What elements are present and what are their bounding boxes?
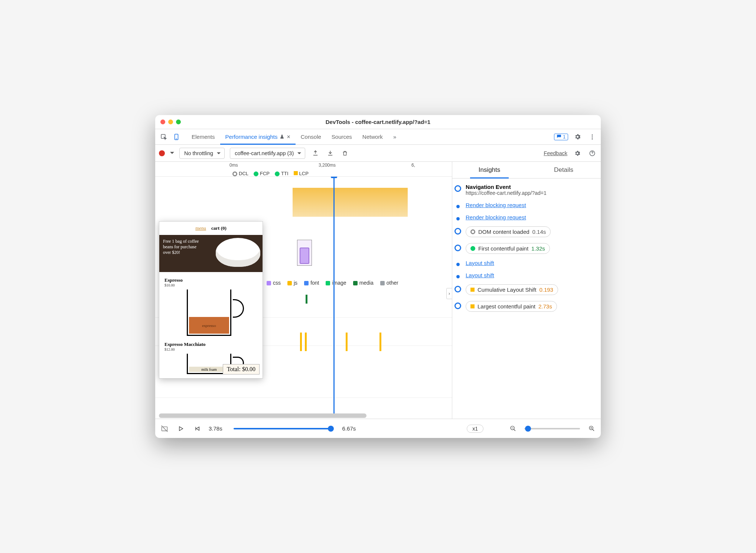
network-bar[interactable] <box>305 333 307 351</box>
play-icon[interactable] <box>176 424 186 433</box>
marker-lcp: LCP <box>294 171 309 176</box>
close-window-icon[interactable] <box>160 120 165 124</box>
close-tab-icon[interactable]: × <box>287 134 290 140</box>
issues-badge[interactable]: 1 <box>554 134 568 140</box>
network-bar[interactable] <box>346 333 348 351</box>
insight-nav-url: https://coffee-cart.netlify.app/?ad=1 <box>466 190 597 196</box>
metric-lcp[interactable]: Largest contentful paint 2.73s <box>466 301 557 312</box>
panel-settings-icon[interactable] <box>573 148 582 158</box>
svg-point-4 <box>592 136 593 137</box>
thumb-nav-menu: menu <box>195 225 206 231</box>
settings-gear-icon[interactable] <box>572 131 583 143</box>
expand-sidepanel-icon[interactable]: › <box>446 288 452 299</box>
playback-speed[interactable]: x1 <box>467 425 483 433</box>
marker-dcl: DCL <box>232 171 248 176</box>
end-time: 6.67s <box>342 425 356 432</box>
insight-nav-title: Navigation Event <box>466 184 597 190</box>
zoom-in-icon[interactable] <box>587 424 596 433</box>
page-screenshot: menu cart (0) Free 1 bag of coffee beans… <box>159 221 263 379</box>
inspect-icon[interactable] <box>158 131 169 143</box>
tab-console[interactable]: Console <box>296 129 326 144</box>
svg-point-5 <box>592 138 593 139</box>
replay-disabled-icon[interactable] <box>160 424 169 433</box>
marker-tti: TTI <box>275 171 289 176</box>
time-ruler[interactable]: 0ms 3,200ms 6, DCL FCP TTI LCP <box>155 162 452 177</box>
minimize-window-icon[interactable] <box>168 120 173 124</box>
maximize-window-icon[interactable] <box>176 120 181 124</box>
time-slider[interactable] <box>234 428 331 429</box>
thumb-hero: Free 1 bag of coffee beans for purchase … <box>159 235 263 272</box>
window-title: DevTools - coffee-cart.netlify.app/?ad=1 <box>155 119 601 125</box>
playhead[interactable] <box>333 177 335 413</box>
time-tick: 6, <box>411 163 415 168</box>
panel-tabs: Elements Performance insights × Console … <box>155 129 601 145</box>
more-tabs-icon[interactable]: » <box>388 129 401 144</box>
insight-render-blocking[interactable]: Render blocking request <box>466 214 526 220</box>
help-icon[interactable] <box>587 148 597 158</box>
svg-point-3 <box>592 134 593 135</box>
import-icon[interactable] <box>325 148 335 158</box>
thumb-product: Espresso $10.00 espresso <box>159 272 263 340</box>
delete-icon[interactable] <box>340 148 350 158</box>
timeline-tracks[interactable]: css js font image media other › <box>155 177 452 413</box>
metric-cls[interactable]: Cumulative Layout Shift 0.193 <box>466 284 558 295</box>
thumb-total: Total: $0.00 <box>223 364 260 374</box>
playback-footer: 3.78s 6.67s x1 <box>155 419 601 438</box>
metric-fcp[interactable]: First contentful paint 1.32s <box>466 243 550 254</box>
device-toggle-icon[interactable] <box>171 131 182 143</box>
tab-performance-insights[interactable]: Performance insights × <box>220 129 296 144</box>
insight-layout-shift[interactable]: Layout shift <box>466 260 494 266</box>
record-button[interactable] <box>159 150 165 156</box>
tab-elements[interactable]: Elements <box>186 129 220 144</box>
timeline-pane: 0ms 3,200ms 6, DCL FCP TTI LCP css <box>155 162 452 419</box>
window-controls <box>160 120 181 124</box>
zoom-slider[interactable] <box>524 428 580 429</box>
tab-sources[interactable]: Sources <box>326 129 357 144</box>
marker-fcp: FCP <box>254 171 270 176</box>
export-icon[interactable] <box>310 148 320 158</box>
screenshot-thumb[interactable] <box>297 240 312 266</box>
time-tick: 0ms <box>229 163 238 168</box>
time-tick: 3,200ms <box>319 163 336 168</box>
rewind-icon[interactable] <box>192 424 202 433</box>
flask-icon <box>280 134 284 139</box>
insight-layout-shift[interactable]: Layout shift <box>466 272 494 278</box>
tab-insights[interactable]: Insights <box>452 162 527 178</box>
recording-select[interactable]: coffee-cart.netlify.app (3) <box>230 148 305 159</box>
metric-dcl[interactable]: DOM content loaded 0.14s <box>466 226 551 237</box>
titlebar: DevTools - coffee-cart.netlify.app/?ad=1 <box>155 115 601 129</box>
tab-network[interactable]: Network <box>357 129 388 144</box>
thumb-nav-cart: cart (0) <box>211 225 227 231</box>
kebab-menu-icon[interactable] <box>587 131 598 143</box>
network-bar[interactable] <box>379 333 381 351</box>
network-bar[interactable] <box>306 295 307 304</box>
resource-legend: css js font image media other <box>267 280 398 286</box>
insights-toolbar: No throttling coffee-cart.netlify.app (3… <box>155 145 601 162</box>
current-time: 3.78s <box>209 425 222 432</box>
throttling-select[interactable]: No throttling <box>179 148 225 159</box>
horizontal-scrollbar[interactable] <box>159 413 366 418</box>
feedback-link[interactable]: Feedback <box>544 150 567 156</box>
record-dropdown-icon[interactable] <box>170 151 174 155</box>
network-bar[interactable] <box>300 333 302 351</box>
tab-details[interactable]: Details <box>527 162 601 178</box>
zoom-out-icon[interactable] <box>508 424 518 433</box>
long-task-block[interactable] <box>293 188 408 217</box>
insight-render-blocking[interactable]: Render blocking request <box>466 202 526 208</box>
insights-sidepanel: Insights Details Navigation Event https:… <box>452 162 601 419</box>
